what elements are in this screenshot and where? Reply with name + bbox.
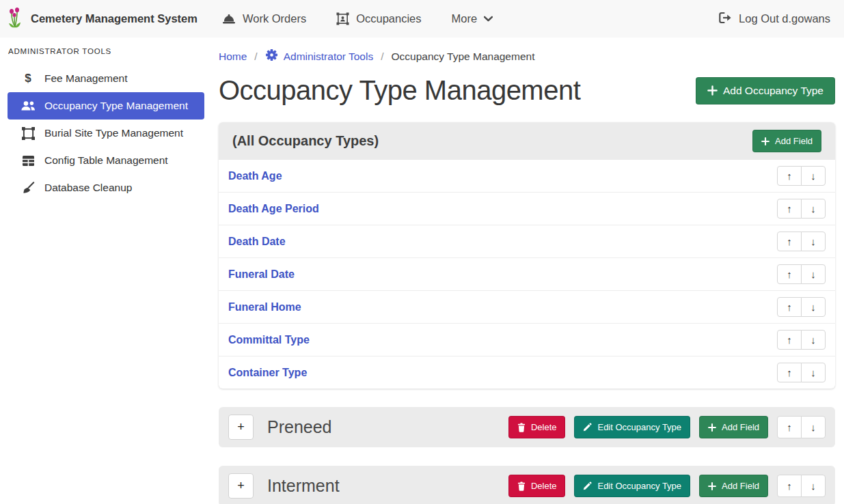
arrow-up-icon: ↑ [787, 236, 792, 247]
reorder-buttons: ↑ ↓ [777, 297, 826, 317]
sidebar-item-fee-management[interactable]: $ Fee Management [8, 65, 204, 92]
arrow-down-icon: ↓ [811, 236, 816, 247]
section-controls: Delete Edit Occupancy Type Add [508, 475, 826, 497]
section-preneed: + Preneed Delete [219, 407, 835, 447]
pencil-icon [583, 481, 592, 490]
sidebar-item-database-cleanup[interactable]: Database Cleanup [8, 174, 204, 201]
button-label: Edit Occupancy Type [597, 422, 681, 432]
arrow-down-icon: ↓ [811, 203, 816, 214]
table-icon [21, 155, 36, 167]
table-row: Funeral Date ↑ ↓ [219, 258, 835, 291]
field-link-funeral-home[interactable]: Funeral Home [228, 301, 301, 313]
title-row: Occupancy Type Management Add Occupancy … [219, 75, 835, 106]
move-down-button[interactable]: ↓ [801, 264, 826, 284]
reorder-buttons: ↑ ↓ [777, 416, 826, 438]
reorder-buttons: ↑ ↓ [777, 264, 826, 284]
button-label: Delete [531, 422, 557, 432]
add-occupancy-type-button[interactable]: Add Occupancy Type [696, 77, 835, 104]
sidebar-item-label: Burial Site Type Management [44, 127, 183, 139]
dollar-icon: $ [21, 72, 36, 85]
nav-item-more[interactable]: More [452, 12, 493, 25]
add-field-button[interactable]: Add Field [752, 130, 821, 152]
move-up-button[interactable]: ↑ [777, 416, 802, 438]
section-title: Interment [267, 476, 508, 496]
breadcrumb-home-link[interactable]: Home [219, 51, 247, 63]
reorder-buttons: ↑ ↓ [777, 232, 826, 251]
table-row: Committal Type ↑ ↓ [219, 324, 835, 356]
arrow-up-icon: ↑ [787, 367, 792, 378]
arrow-up-icon: ↑ [787, 421, 792, 433]
expand-button[interactable]: + [228, 415, 254, 440]
table-row: Death Age Period ↑ ↓ [219, 193, 835, 225]
move-up-button[interactable]: ↑ [777, 297, 802, 317]
field-link-container-type[interactable]: Container Type [228, 367, 307, 379]
plus-icon: + [237, 420, 245, 434]
edit-occupancy-type-button[interactable]: Edit Occupancy Type [574, 416, 690, 438]
move-down-button[interactable]: ↓ [801, 416, 826, 438]
card-title: (All Occupancy Types) [232, 133, 379, 149]
table-row: Death Date ↑ ↓ [219, 225, 835, 258]
plus-icon [761, 137, 770, 145]
arrow-down-icon: ↓ [811, 301, 816, 313]
field-link-death-age[interactable]: Death Age [228, 170, 282, 182]
logout-button[interactable]: Log Out d.gowans [718, 12, 830, 27]
sidebar-item-label: Database Cleanup [44, 182, 132, 194]
move-down-button[interactable]: ↓ [801, 297, 826, 317]
arrow-down-icon: ↓ [811, 421, 816, 433]
move-up-button[interactable]: ↑ [777, 264, 802, 284]
delete-button[interactable]: Delete [508, 475, 566, 497]
move-up-button[interactable]: ↑ [777, 475, 802, 497]
move-up-button[interactable]: ↑ [777, 363, 802, 382]
move-down-button[interactable]: ↓ [801, 232, 826, 251]
field-link-committal-type[interactable]: Committal Type [228, 334, 310, 346]
move-up-button[interactable]: ↑ [777, 166, 802, 186]
broom-icon [21, 182, 36, 195]
reorder-buttons: ↑ ↓ [777, 475, 826, 497]
pencil-icon [583, 423, 592, 432]
sign-out-icon [718, 12, 732, 27]
nav-item-work-orders[interactable]: Work Orders [222, 12, 306, 25]
button-label: Add Occupancy Type [723, 85, 823, 97]
users-icon [21, 100, 36, 111]
plus-icon: + [237, 479, 245, 493]
breadcrumb-separator: / [381, 51, 383, 63]
arrow-up-icon: ↑ [787, 203, 792, 214]
field-link-death-date[interactable]: Death Date [228, 236, 286, 248]
trash-icon [517, 481, 526, 491]
move-down-button[interactable]: ↓ [801, 166, 826, 186]
vector-square-icon [21, 127, 36, 140]
reorder-buttons: ↑ ↓ [777, 199, 826, 219]
sidebar-item-occupancy-type-management[interactable]: Occupancy Type Management [8, 92, 204, 120]
expand-button[interactable]: + [228, 473, 254, 499]
arrow-down-icon: ↓ [811, 170, 816, 182]
add-field-button[interactable]: Add Field [699, 475, 768, 497]
move-down-button[interactable]: ↓ [801, 199, 826, 219]
move-down-button[interactable]: ↓ [801, 330, 826, 350]
reorder-buttons: ↑ ↓ [777, 363, 826, 382]
delete-button[interactable]: Delete [508, 416, 566, 438]
button-label: Add Field [722, 422, 759, 432]
page-layout: Administrator Tools $ Fee Management Occ… [0, 38, 844, 504]
sidebar-item-config-table-management[interactable]: Config Table Management [8, 147, 204, 174]
plus-icon [707, 85, 718, 96]
field-link-death-age-period[interactable]: Death Age Period [228, 203, 319, 215]
plus-icon [708, 423, 716, 432]
move-up-button[interactable]: ↑ [777, 199, 802, 219]
edit-occupancy-type-button[interactable]: Edit Occupancy Type [574, 475, 690, 497]
app-brand[interactable]: Cemetery Management System [7, 7, 198, 31]
field-link-funeral-date[interactable]: Funeral Date [228, 268, 295, 281]
move-up-button[interactable]: ↑ [777, 330, 802, 350]
add-field-button[interactable]: Add Field [699, 416, 768, 438]
move-down-button[interactable]: ↓ [801, 475, 826, 497]
arrow-up-icon: ↑ [787, 268, 792, 280]
reorder-buttons: ↑ ↓ [777, 330, 826, 350]
breadcrumb-separator: / [254, 51, 257, 63]
breadcrumb-admin-tools-link[interactable]: Administrator Tools [265, 48, 374, 64]
nav-item-occupancies[interactable]: Occupancies [336, 12, 421, 25]
move-down-button[interactable]: ↓ [801, 363, 826, 382]
nav-item-label: Occupancies [356, 12, 421, 25]
nav-item-label: Work Orders [243, 12, 306, 25]
move-up-button[interactable]: ↑ [777, 232, 802, 251]
sidebar-item-burial-site-type-management[interactable]: Burial Site Type Management [8, 120, 204, 147]
button-label: Add Field [722, 481, 759, 491]
